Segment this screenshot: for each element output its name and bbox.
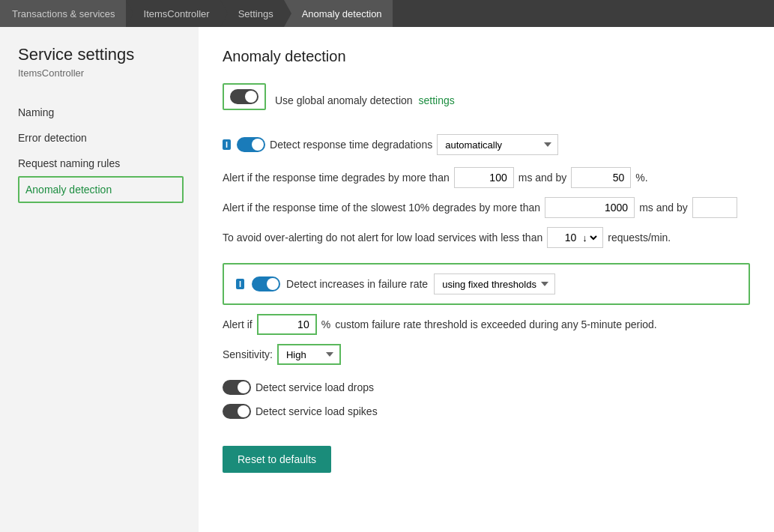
alert-row-2-prefix: Alert if the response time of the slowes… (223, 202, 540, 214)
reset-button[interactable]: Reset to defaults (223, 446, 331, 473)
response-time-threshold-ms[interactable] (454, 167, 514, 188)
global-toggle[interactable] (230, 89, 258, 104)
alert-row-1-prefix: Alert if the response time degrades by m… (223, 172, 450, 184)
alert-row-2-unit1: ms and by (639, 202, 688, 214)
load-drops-row: Detect service load drops (223, 380, 750, 395)
alert-row-2: Alert if the response time of the slowes… (223, 197, 750, 218)
breadcrumb-items-controller[interactable]: ItemsController (126, 0, 220, 27)
sensitivity-select[interactable]: Low Medium High (277, 344, 341, 365)
breadcrumb: Transactions & services ItemsController … (0, 0, 774, 27)
response-time-toggle-track (237, 137, 265, 152)
low-load-input-group: ↓ (547, 227, 603, 248)
sensitivity-label: Sensitivity: (223, 348, 273, 360)
low-load-value[interactable] (554, 232, 576, 244)
alert-row-1-unit2: %. (635, 172, 647, 184)
breadcrumb-anomaly-detection[interactable]: Anomaly detection (284, 0, 393, 27)
main-layout: Service settings ItemsController Naming … (0, 27, 774, 532)
slowest-threshold-ms[interactable] (545, 197, 635, 218)
global-toggle-box (223, 83, 266, 110)
load-drops-label: Detect service load drops (256, 381, 374, 393)
global-toggle-section: Use global anomaly detection settings (223, 83, 750, 122)
page-title: Anomaly detection (223, 48, 750, 65)
low-load-row: To avoid over-alerting do not alert for … (223, 227, 750, 248)
failure-alert-suffix: custom failure rate threshold is exceede… (335, 318, 657, 330)
sidebar-title: Service settings (18, 45, 199, 64)
low-load-unit: requests/min. (608, 232, 671, 244)
failure-alert-prefix: Alert if (223, 318, 253, 330)
low-load-prefix: To avoid over-alerting do not alert for … (223, 232, 542, 244)
sidebar-item-request-naming[interactable]: Request naming rules (18, 151, 199, 176)
response-time-toggle-thumb (252, 139, 264, 151)
failure-rate-toggle[interactable] (252, 276, 280, 291)
failure-alert-row: Alert if % custom failure rate threshold… (223, 314, 750, 335)
load-spikes-row: Detect service load spikes (223, 404, 750, 419)
load-drops-toggle-thumb (238, 381, 250, 393)
failure-rate-toggle-thumb (267, 278, 279, 290)
failure-alert-unit: % (321, 318, 330, 330)
slowest-threshold-pct[interactable] (692, 197, 737, 218)
response-time-i-label: I (223, 139, 231, 150)
load-drops-toggle-track (223, 380, 251, 395)
content-area: Anomaly detection Use global anomaly det… (199, 27, 774, 532)
breadcrumb-settings[interactable]: Settings (220, 0, 284, 27)
breadcrumb-transactions[interactable]: Transactions & services (0, 0, 126, 27)
failure-rate-i-label: I (236, 279, 244, 289)
sidebar-item-anomaly-detection[interactable]: Anomaly detection (18, 176, 184, 203)
response-time-threshold-pct[interactable] (571, 167, 631, 188)
sidebar-item-naming[interactable]: Naming (18, 100, 199, 125)
failure-rate-mode-select[interactable]: automatically using fixed thresholds don… (434, 273, 555, 294)
sidebar-subtitle: ItemsController (18, 67, 199, 79)
response-time-toggle[interactable] (237, 137, 265, 152)
alert-row-1-unit1: ms and by (518, 172, 567, 184)
failure-rate-threshold[interactable] (257, 314, 317, 335)
load-spikes-toggle-track (223, 404, 251, 419)
failure-rate-section: I Detect increases in failure rate autom… (223, 263, 750, 305)
global-toggle-track (230, 89, 258, 104)
global-toggle-label: Use global anomaly detection (275, 94, 413, 106)
load-spikes-toggle-thumb (238, 405, 250, 417)
response-time-mode-select[interactable]: automatically using fixed thresholds don… (437, 134, 558, 155)
load-drops-toggle[interactable] (223, 380, 251, 395)
load-spikes-toggle[interactable] (223, 404, 251, 419)
failure-rate-label: Detect increases in failure rate (286, 278, 428, 290)
low-load-dropdown[interactable]: ↓ (579, 232, 599, 244)
alert-row-1: Alert if the response time degrades by m… (223, 167, 750, 188)
sidebar-item-error-detection[interactable]: Error detection (18, 125, 199, 151)
response-time-label: Detect response time degradations (270, 139, 432, 151)
response-time-row: I Detect response time degradations auto… (223, 134, 750, 155)
sensitivity-row: Sensitivity: Low Medium High (223, 344, 750, 365)
failure-rate-toggle-row: I Detect increases in failure rate autom… (236, 273, 737, 294)
load-spikes-label: Detect service load spikes (256, 405, 378, 417)
global-toggle-thumb (245, 91, 257, 103)
sidebar-nav: Naming Error detection Request naming ru… (18, 100, 199, 203)
failure-rate-toggle-track (252, 276, 280, 291)
sidebar: Service settings ItemsController Naming … (0, 27, 199, 532)
global-settings-link[interactable]: settings (418, 94, 454, 106)
